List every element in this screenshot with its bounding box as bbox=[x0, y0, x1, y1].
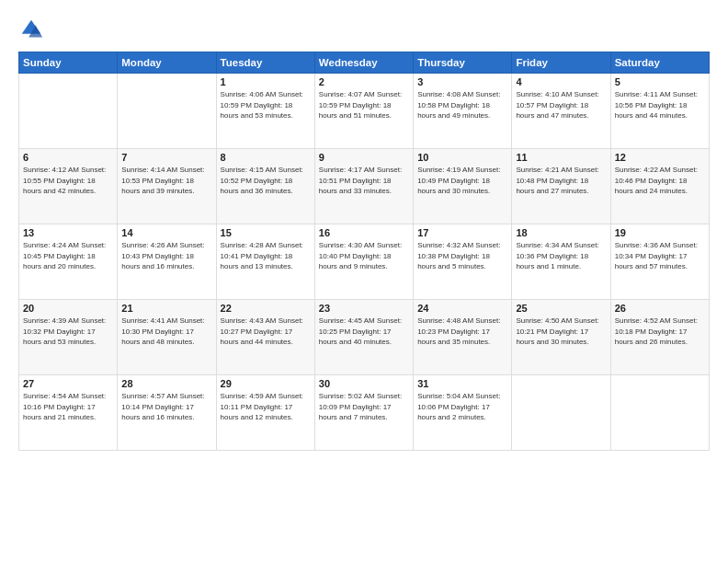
weekday-header: Friday bbox=[512, 52, 610, 74]
day-number: 6 bbox=[23, 152, 113, 163]
calendar-cell: 10Sunrise: 4:19 AM Sunset: 10:49 PM Dayl… bbox=[414, 149, 512, 224]
day-number: 15 bbox=[221, 227, 311, 238]
calendar-cell: 17Sunrise: 4:32 AM Sunset: 10:38 PM Dayl… bbox=[414, 224, 512, 300]
day-info: Sunrise: 4:08 AM Sunset: 10:58 PM Daylig… bbox=[417, 89, 507, 121]
calendar-cell: 12Sunrise: 4:22 AM Sunset: 10:46 PM Dayl… bbox=[610, 149, 709, 224]
calendar-cell: 15Sunrise: 4:28 AM Sunset: 10:41 PM Dayl… bbox=[216, 224, 314, 300]
header bbox=[18, 17, 710, 42]
day-info: Sunrise: 4:17 AM Sunset: 10:51 PM Daylig… bbox=[319, 165, 409, 197]
day-info: Sunrise: 4:50 AM Sunset: 10:21 PM Daylig… bbox=[516, 316, 606, 348]
day-info: Sunrise: 4:12 AM Sunset: 10:55 PM Daylig… bbox=[23, 165, 113, 197]
day-number: 19 bbox=[615, 227, 705, 238]
day-info: Sunrise: 4:34 AM Sunset: 10:36 PM Daylig… bbox=[516, 240, 606, 272]
calendar-cell bbox=[512, 375, 610, 451]
calendar-cell: 28Sunrise: 4:57 AM Sunset: 10:14 PM Dayl… bbox=[118, 375, 216, 451]
calendar-cell: 25Sunrise: 4:50 AM Sunset: 10:21 PM Dayl… bbox=[512, 300, 610, 375]
calendar-cell: 26Sunrise: 4:52 AM Sunset: 10:18 PM Dayl… bbox=[610, 300, 709, 375]
day-info: Sunrise: 4:07 AM Sunset: 10:59 PM Daylig… bbox=[319, 89, 409, 121]
logo bbox=[18, 17, 48, 42]
calendar-cell bbox=[118, 74, 216, 149]
logo-icon bbox=[18, 17, 44, 42]
calendar-cell bbox=[610, 375, 709, 451]
day-info: Sunrise: 4:54 AM Sunset: 10:16 PM Daylig… bbox=[23, 391, 113, 423]
day-info: Sunrise: 4:11 AM Sunset: 10:56 PM Daylig… bbox=[615, 89, 705, 121]
day-number: 13 bbox=[23, 227, 113, 238]
day-info: Sunrise: 4:28 AM Sunset: 10:41 PM Daylig… bbox=[221, 240, 311, 272]
calendar-cell: 19Sunrise: 4:36 AM Sunset: 10:34 PM Dayl… bbox=[610, 224, 709, 300]
day-number: 30 bbox=[319, 378, 409, 389]
day-number: 4 bbox=[516, 76, 606, 87]
day-info: Sunrise: 4:59 AM Sunset: 10:11 PM Daylig… bbox=[221, 391, 311, 423]
calendar-table: SundayMondayTuesdayWednesdayThursdayFrid… bbox=[18, 52, 710, 451]
day-number: 12 bbox=[615, 152, 705, 163]
calendar-cell: 6Sunrise: 4:12 AM Sunset: 10:55 PM Dayli… bbox=[19, 149, 118, 224]
day-info: Sunrise: 4:24 AM Sunset: 10:45 PM Daylig… bbox=[23, 240, 113, 272]
day-info: Sunrise: 4:10 AM Sunset: 10:57 PM Daylig… bbox=[516, 89, 606, 121]
calendar-cell: 7Sunrise: 4:14 AM Sunset: 10:53 PM Dayli… bbox=[118, 149, 216, 224]
calendar-cell: 4Sunrise: 4:10 AM Sunset: 10:57 PM Dayli… bbox=[512, 74, 610, 149]
day-info: Sunrise: 4:43 AM Sunset: 10:27 PM Daylig… bbox=[221, 316, 311, 348]
calendar-cell: 22Sunrise: 4:43 AM Sunset: 10:27 PM Dayl… bbox=[216, 300, 314, 375]
calendar-cell: 23Sunrise: 4:45 AM Sunset: 10:25 PM Dayl… bbox=[314, 300, 413, 375]
day-info: Sunrise: 4:45 AM Sunset: 10:25 PM Daylig… bbox=[319, 316, 409, 348]
day-number: 23 bbox=[319, 303, 409, 314]
day-number: 10 bbox=[417, 152, 507, 163]
day-number: 24 bbox=[417, 303, 507, 314]
calendar-cell: 21Sunrise: 4:41 AM Sunset: 10:30 PM Dayl… bbox=[118, 300, 216, 375]
calendar-week-row: 6Sunrise: 4:12 AM Sunset: 10:55 PM Dayli… bbox=[19, 149, 710, 224]
day-number: 8 bbox=[221, 152, 311, 163]
weekday-header: Tuesday bbox=[216, 52, 314, 74]
day-number: 17 bbox=[417, 227, 507, 238]
day-number: 2 bbox=[319, 76, 409, 87]
weekday-header: Sunday bbox=[19, 52, 118, 74]
day-number: 21 bbox=[121, 303, 211, 314]
calendar-cell: 3Sunrise: 4:08 AM Sunset: 10:58 PM Dayli… bbox=[414, 74, 512, 149]
day-info: Sunrise: 4:15 AM Sunset: 10:52 PM Daylig… bbox=[221, 165, 311, 197]
weekday-header: Wednesday bbox=[314, 52, 413, 74]
day-number: 27 bbox=[23, 378, 113, 389]
calendar-cell bbox=[19, 74, 118, 149]
day-info: Sunrise: 4:41 AM Sunset: 10:30 PM Daylig… bbox=[121, 316, 211, 348]
day-info: Sunrise: 4:36 AM Sunset: 10:34 PM Daylig… bbox=[615, 240, 705, 272]
day-info: Sunrise: 4:14 AM Sunset: 10:53 PM Daylig… bbox=[121, 165, 211, 197]
calendar-cell: 1Sunrise: 4:06 AM Sunset: 10:59 PM Dayli… bbox=[216, 74, 314, 149]
weekday-header: Thursday bbox=[414, 52, 512, 74]
day-info: Sunrise: 5:04 AM Sunset: 10:06 PM Daylig… bbox=[417, 391, 507, 423]
day-number: 22 bbox=[221, 303, 311, 314]
day-number: 31 bbox=[417, 378, 507, 389]
calendar-cell: 29Sunrise: 4:59 AM Sunset: 10:11 PM Dayl… bbox=[216, 375, 314, 451]
day-number: 29 bbox=[221, 378, 311, 389]
day-info: Sunrise: 4:19 AM Sunset: 10:49 PM Daylig… bbox=[417, 165, 507, 197]
weekday-header: Monday bbox=[118, 52, 216, 74]
calendar-week-row: 1Sunrise: 4:06 AM Sunset: 10:59 PM Dayli… bbox=[19, 74, 710, 149]
day-info: Sunrise: 4:22 AM Sunset: 10:46 PM Daylig… bbox=[615, 165, 705, 197]
calendar-week-row: 13Sunrise: 4:24 AM Sunset: 10:45 PM Dayl… bbox=[19, 224, 710, 300]
day-number: 14 bbox=[121, 227, 211, 238]
day-number: 5 bbox=[615, 76, 705, 87]
day-number: 25 bbox=[516, 303, 606, 314]
day-info: Sunrise: 4:06 AM Sunset: 10:59 PM Daylig… bbox=[221, 89, 311, 121]
calendar-header-row: SundayMondayTuesdayWednesdayThursdayFrid… bbox=[19, 52, 710, 74]
day-number: 3 bbox=[417, 76, 507, 87]
day-number: 16 bbox=[319, 227, 409, 238]
calendar-cell: 24Sunrise: 4:48 AM Sunset: 10:23 PM Dayl… bbox=[414, 300, 512, 375]
day-info: Sunrise: 4:30 AM Sunset: 10:40 PM Daylig… bbox=[319, 240, 409, 272]
day-info: Sunrise: 5:02 AM Sunset: 10:09 PM Daylig… bbox=[319, 391, 409, 423]
calendar-cell: 13Sunrise: 4:24 AM Sunset: 10:45 PM Dayl… bbox=[19, 224, 118, 300]
day-info: Sunrise: 4:39 AM Sunset: 10:32 PM Daylig… bbox=[23, 316, 113, 348]
day-info: Sunrise: 4:52 AM Sunset: 10:18 PM Daylig… bbox=[615, 316, 705, 348]
calendar-cell: 20Sunrise: 4:39 AM Sunset: 10:32 PM Dayl… bbox=[19, 300, 118, 375]
calendar-cell: 31Sunrise: 5:04 AM Sunset: 10:06 PM Dayl… bbox=[414, 375, 512, 451]
day-info: Sunrise: 4:21 AM Sunset: 10:48 PM Daylig… bbox=[516, 165, 606, 197]
weekday-header: Saturday bbox=[610, 52, 709, 74]
calendar-week-row: 27Sunrise: 4:54 AM Sunset: 10:16 PM Dayl… bbox=[19, 375, 710, 451]
day-info: Sunrise: 4:57 AM Sunset: 10:14 PM Daylig… bbox=[121, 391, 211, 423]
calendar-cell: 2Sunrise: 4:07 AM Sunset: 10:59 PM Dayli… bbox=[314, 74, 413, 149]
calendar-cell: 30Sunrise: 5:02 AM Sunset: 10:09 PM Dayl… bbox=[314, 375, 413, 451]
day-info: Sunrise: 4:32 AM Sunset: 10:38 PM Daylig… bbox=[417, 240, 507, 272]
day-number: 20 bbox=[23, 303, 113, 314]
day-number: 9 bbox=[319, 152, 409, 163]
day-number: 1 bbox=[221, 76, 311, 87]
day-number: 26 bbox=[615, 303, 705, 314]
calendar-cell: 5Sunrise: 4:11 AM Sunset: 10:56 PM Dayli… bbox=[610, 74, 709, 149]
